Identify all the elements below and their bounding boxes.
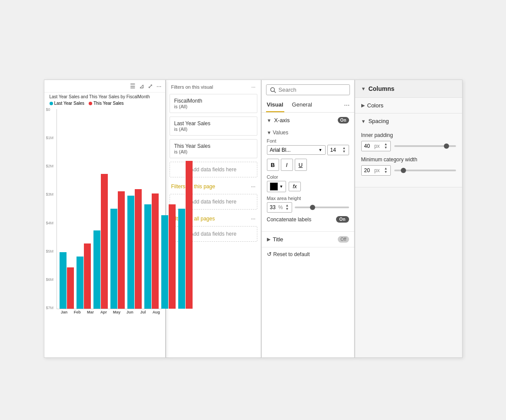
bar-group-jan [60,252,74,309]
colors-header[interactable]: ▶ Colors [355,98,462,113]
tab-more-icon[interactable]: ··· [344,101,350,109]
reset-row[interactable]: ↺ Reset to default [262,247,354,261]
percent-unit: % [278,204,283,210]
x-axis-content: ▼ Values Font Arial Bl... ▼ 14 ▲ [262,128,354,231]
x-axis-section: ▼ X-axis On ▼ Values Font Arial Bl... ▼ [262,113,354,232]
filter-all-more-icon[interactable]: ··· [251,216,255,222]
bar-red-aug [186,161,193,309]
font-label: Font [267,138,349,143]
filter-fiscal-month[interactable]: FiscalMonth is (All) [170,94,257,113]
bar-blue-aug [178,209,185,309]
min-category-row: 20 px ▲ ▼ [361,165,456,176]
concat-toggle[interactable]: On [336,216,349,223]
filter-more-icon[interactable]: ··· [251,84,255,90]
title-section[interactable]: ▶ Title Off [262,232,354,247]
percent-spinners[interactable]: ▲ ▼ [286,204,289,211]
italic-button[interactable]: I [281,159,293,171]
bar-blue-jan [60,252,67,309]
colors-chevron: ▶ [361,103,365,108]
y-label: $5M [46,249,54,253]
bar-blue-may [127,196,134,309]
inner-padding-row: 40 px ▲ ▼ [361,141,456,151]
bar-blue-apr [110,209,117,309]
color-label: Color [267,174,349,180]
filter-last-year-sales[interactable]: Last Year Sales is (All) [170,117,257,136]
inner-padding-spinners[interactable]: ▲ ▼ [384,143,388,150]
x-label-feb: Feb [72,310,83,314]
inner-padding-box[interactable]: 40 px ▲ ▼ [361,141,391,151]
filter-page-more-icon[interactable]: ··· [251,183,255,190]
x-axis-header[interactable]: ▼ X-axis On [262,113,354,128]
x-axis-toggle[interactable]: On [338,117,349,123]
title-toggle[interactable]: Off [338,236,349,243]
color-swatch-button[interactable]: ▼ [267,181,286,192]
tab-visual[interactable]: Visual [266,98,284,112]
bar-blue-jun [144,204,151,309]
x-label-may: May [112,310,122,314]
right-panel: ▼ Columns ▶ Colors ▼ Spacing Inner paddi… [355,80,463,358]
spacing-content: Inner padding 40 px ▲ ▼ Minimum catego [355,129,462,187]
format-panel: Visual General ··· ▼ X-axis On ▼ Values … [261,80,355,358]
min-category-slider[interactable] [394,170,456,171]
percent-box[interactable]: 33 % ▲ ▼ [267,202,292,213]
values-subsection-title: ▼ Values [267,130,349,136]
min-category-label: Minimum category width [361,157,456,163]
tab-bar: Visual General ··· [262,98,354,113]
bars-container [57,109,162,309]
spacing-title: Spacing [368,118,389,124]
concat-label: Concatenate labels [267,217,312,223]
more-icon[interactable]: ··· [156,83,162,90]
spacing-chevron: ▼ [361,119,366,124]
search-box[interactable] [266,84,350,95]
filter-this-year-sales[interactable]: This Year Sales is (All) [170,139,257,158]
font-select[interactable]: Arial Bl... ▼ [267,145,326,155]
y-label: $4M [46,221,54,225]
bar-group-may [127,189,142,309]
max-height-thumb [310,205,315,210]
x-label-jul: Jul [138,310,148,314]
color-dropdown-icon: ▼ [280,184,283,189]
search-icon [270,87,276,93]
color-row: ▼ fx [267,181,349,192]
bar-group-feb [77,243,91,309]
bar-red-mar [101,174,108,309]
hamburger-icon[interactable]: ☰ [130,83,136,90]
x-label-jan: Jan [59,310,70,314]
color-swatch [270,183,278,190]
font-size-box[interactable]: 14 ▲ ▼ [327,145,349,155]
x-label-aug: Aug [151,310,161,314]
font-dropdown-icon: ▼ [319,148,323,152]
y-label: $6M [46,277,54,282]
bar-group-mar [93,174,108,309]
columns-title: Columns [368,85,394,92]
spacing-header[interactable]: ▼ Spacing [355,113,462,129]
tab-general[interactable]: General [291,98,313,112]
bar-group-jun [144,193,159,309]
underline-button[interactable]: U [295,159,307,171]
bold-button[interactable]: B [267,159,279,171]
chart-legend: Last Year Sales This Year Sales [44,100,165,107]
font-row-container: Font Arial Bl... ▼ 14 ▲ ▼ [267,138,349,155]
max-height-label: Max area height [267,196,349,201]
filter-visual-header: Filters on this visual ··· [166,80,261,92]
max-height-slider[interactable] [295,207,349,208]
title-label: Title [273,236,336,243]
font-size-spinners[interactable]: ▲ ▼ [343,147,346,153]
fx-button[interactable]: fx [289,182,300,191]
colors-subsection: ▶ Colors [355,98,462,113]
format-buttons: B I U [267,159,349,171]
chart-title: Last Year Sales and This Year Sales by F… [44,93,165,100]
title-chevron: ▶ [267,237,270,242]
search-input[interactable] [279,87,346,93]
expand-icon[interactable]: ⤢ [148,83,153,90]
filter-icon[interactable]: ⊿ [139,83,144,90]
columns-chevron: ▼ [361,86,366,91]
min-category-box[interactable]: 20 px ▲ ▼ [361,165,391,176]
x-labels: Jan Feb Mar Apr May Jun Jul Aug [57,309,162,314]
min-category-spinners[interactable]: ▲ ▼ [384,167,388,174]
colors-title: Colors [367,102,384,109]
max-height-row: 33 % ▲ ▼ [267,202,349,213]
legend-item-blue: Last Year Sales [50,101,85,106]
x-axis-chevron: ▼ [267,118,272,123]
inner-padding-slider[interactable] [394,145,456,147]
